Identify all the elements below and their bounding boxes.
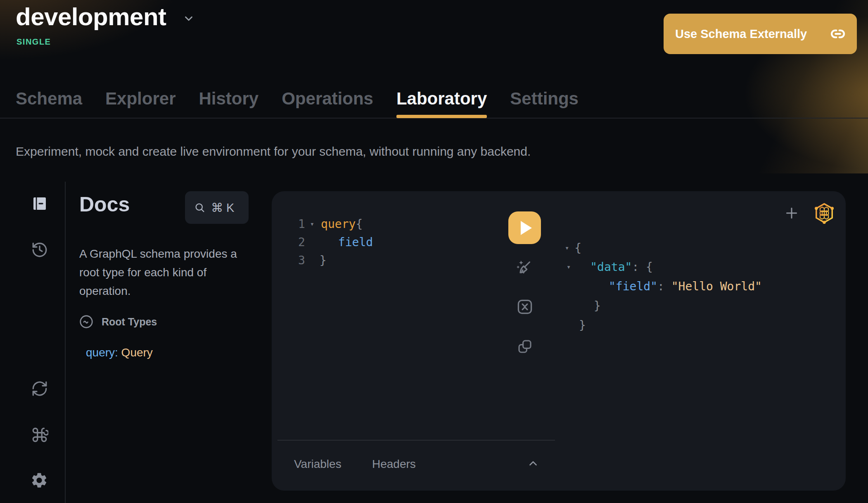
- fold-triangle-icon[interactable]: ▾: [310, 220, 314, 228]
- tab-settings[interactable]: Settings: [510, 79, 579, 118]
- docs-panel-title: Docs: [79, 192, 130, 216]
- status-badge: SINGLE: [17, 37, 51, 47]
- collapse-footer-button[interactable]: [527, 457, 539, 470]
- line-number: 1: [298, 217, 305, 231]
- chevron-up-icon: [527, 457, 539, 470]
- use-schema-externally-button[interactable]: Use Schema Externally: [664, 14, 857, 54]
- root-type-separator: :: [115, 346, 121, 359]
- response-line-4: }: [594, 296, 601, 315]
- json-string-value: "Hello World": [664, 280, 762, 293]
- root-types-label: Root Types: [102, 316, 157, 328]
- editor-line-2[interactable]: 2field: [298, 233, 373, 251]
- response-line-2: ▾"data": {: [567, 257, 653, 276]
- tab-history[interactable]: History: [199, 79, 259, 118]
- code-brace: }: [320, 254, 327, 267]
- fold-triangle-icon[interactable]: ▾: [565, 244, 569, 252]
- root-type-query-link[interactable]: query: Query: [86, 346, 153, 359]
- response-line-1: ▾{: [565, 238, 581, 257]
- tab-schema[interactable]: Schema: [16, 79, 82, 118]
- tab-headers[interactable]: Headers: [372, 458, 416, 471]
- plus-icon: [783, 205, 800, 221]
- settings-gear-icon[interactable]: [30, 471, 48, 489]
- docs-description: A GraphQL schema provides a root type fo…: [79, 244, 257, 300]
- refetch-icon[interactable]: [31, 380, 49, 398]
- sidebar-divider: [65, 182, 66, 503]
- target-title: development: [16, 2, 166, 31]
- code-brace: {: [356, 217, 363, 231]
- json-key: "field": [609, 280, 657, 293]
- response-line-3: "field": "Hello World": [609, 277, 762, 296]
- main-nav: Schema Explorer History Operations Labor…: [16, 79, 579, 118]
- page-subtitle: Experiment, mock and create live environ…: [16, 145, 531, 159]
- search-icon: [194, 202, 206, 214]
- tab-explorer[interactable]: Explorer: [105, 79, 175, 118]
- tab-laboratory[interactable]: Laboratory: [396, 79, 487, 118]
- json-key: "data": [590, 260, 632, 274]
- root-type-value[interactable]: Query: [121, 346, 153, 359]
- tab-variables[interactable]: Variables: [294, 458, 342, 471]
- graphiql-panel: 1▾query{ 2field 3} ▾{ ▾"dat: [272, 191, 846, 491]
- docs-book-icon[interactable]: [31, 195, 49, 213]
- root-types-icon: [78, 314, 94, 330]
- chevron-down-icon[interactable]: [183, 12, 195, 25]
- history-icon[interactable]: [31, 241, 49, 259]
- copy-icon[interactable]: [516, 338, 534, 355]
- line-number: 3: [298, 254, 305, 267]
- keyboard-shortcut-icon[interactable]: [31, 426, 49, 444]
- link-icon: [830, 26, 846, 42]
- code-field: field: [338, 235, 373, 249]
- response-line-5: }: [579, 316, 586, 335]
- line-number: 2: [298, 235, 305, 249]
- merge-icon[interactable]: [516, 298, 534, 316]
- root-type-name[interactable]: query: [86, 346, 115, 359]
- use-schema-label: Use Schema Externally: [675, 27, 807, 41]
- execute-query-button[interactable]: [508, 211, 541, 244]
- editor-line-1[interactable]: 1▾query{: [298, 215, 363, 233]
- tab-operations[interactable]: Operations: [282, 79, 373, 118]
- search-shortcut-label: ⌘ K: [211, 201, 234, 215]
- graphql-hive-logo[interactable]: [814, 202, 835, 224]
- play-icon: [521, 221, 532, 235]
- root-types-header: Root Types: [78, 314, 157, 330]
- add-tab-button[interactable]: [783, 205, 800, 221]
- footer-divider: [277, 440, 555, 441]
- docs-search-button[interactable]: ⌘ K: [185, 191, 249, 224]
- code-keyword: query: [321, 217, 356, 231]
- fold-triangle-icon[interactable]: ▾: [567, 263, 571, 271]
- prettify-icon[interactable]: [515, 259, 534, 278]
- editor-line-3[interactable]: 3}: [298, 251, 327, 269]
